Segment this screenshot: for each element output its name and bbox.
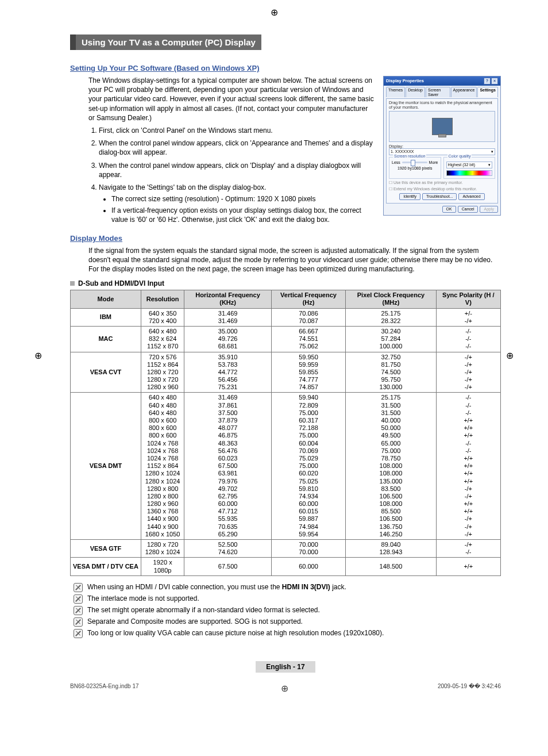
note-text: The interlace mode is not supported. bbox=[87, 594, 199, 603]
data-cell: 31.469 31.469 bbox=[184, 308, 271, 326]
display-modes-table: Mode Resolution Horizontal Frequency (KH… bbox=[70, 290, 501, 576]
table-row: MAC640 x 480 832 x 624 1152 x 87035.000 … bbox=[71, 326, 501, 352]
registration-mark-bottom: ⊕ bbox=[281, 683, 288, 694]
advanced-button[interactable]: Advanced bbox=[458, 193, 484, 200]
data-cell: 32.750 81.750 74.500 95.750 130.000 bbox=[346, 352, 437, 393]
data-cell: -/+ -/+ -/+ -/+ -/+ bbox=[436, 352, 500, 393]
data-cell: 640 x 480 832 x 624 1152 x 870 bbox=[141, 326, 184, 352]
data-cell: 67.500 bbox=[184, 558, 271, 575]
setup-text-column: The Windows display-settings for a typic… bbox=[88, 76, 375, 228]
dialog-title-text: Display Properties bbox=[386, 79, 424, 83]
data-cell: 30.240 57.284 100.000 bbox=[346, 326, 437, 352]
note-line: Too long or low quality VGA cable can ca… bbox=[74, 629, 501, 638]
note-icon bbox=[74, 629, 83, 638]
identify-button[interactable]: Identify bbox=[399, 193, 420, 200]
display-properties-dialog: Display Properties ?× Themes Desktop Scr… bbox=[383, 76, 501, 216]
footer: BN68-02325A-Eng.indb 17 ⊕ 2009-05-19 �� … bbox=[70, 683, 501, 694]
note-line: Separate and Composite modes are support… bbox=[74, 617, 501, 627]
note-line: The set might operate abnormally if a no… bbox=[74, 606, 501, 615]
monitor-icon[interactable] bbox=[432, 118, 453, 135]
mode-cell: VESA DMT / DTV CEA bbox=[71, 558, 141, 575]
note-icon bbox=[74, 617, 83, 627]
note-text: Too long or low quality VGA cable can ca… bbox=[87, 629, 384, 637]
data-cell: 1920 x 1080p bbox=[141, 558, 184, 575]
note-line: When using an HDMI / DVI cable connectio… bbox=[74, 583, 501, 592]
th-sync: Sync Polarity (H / V) bbox=[436, 290, 500, 308]
color-quality-combo[interactable]: Highest (32 bit)▾ bbox=[446, 162, 493, 168]
close-icon[interactable]: × bbox=[491, 78, 498, 85]
table-row: VESA DMT640 x 480 640 x 480 640 x 480 80… bbox=[71, 393, 501, 540]
data-cell: 52.500 74.620 bbox=[184, 540, 271, 558]
note-icon bbox=[74, 583, 83, 592]
data-cell: 25.175 28.322 bbox=[346, 308, 437, 326]
registration-mark-left: ⊕ bbox=[34, 350, 42, 361]
dialog-tabs: Themes Desktop Screen Saver Appearance S… bbox=[386, 87, 498, 97]
data-cell: 60.000 bbox=[271, 558, 345, 575]
data-cell: -/- -/- -/- +/+ +/+ +/+ -/- -/- +/+ +/+ … bbox=[436, 393, 500, 540]
section-title: Using Your TV as a Computer (PC) Display bbox=[70, 34, 261, 50]
help-icon[interactable]: ? bbox=[484, 78, 491, 85]
tab-appearance[interactable]: Appearance bbox=[451, 87, 477, 97]
monitor-preview[interactable] bbox=[389, 111, 495, 142]
note-text: The set might operate abnormally if a no… bbox=[87, 606, 320, 614]
table-label: D-Sub and HDMI/DVI Input bbox=[70, 279, 501, 287]
data-cell: -/- -/- -/- bbox=[436, 326, 500, 352]
note-line: The interlace mode is not supported. bbox=[74, 594, 501, 604]
tab-desktop[interactable]: Desktop bbox=[406, 87, 425, 97]
data-cell: 720 x 576 1152 x 864 1280 x 720 1280 x 7… bbox=[141, 352, 184, 393]
resolution-slider[interactable] bbox=[402, 162, 427, 163]
data-cell: 35.000 49.726 68.681 bbox=[184, 326, 271, 352]
registration-mark-right: ⊕ bbox=[506, 350, 514, 361]
registration-mark-top: ⊕ bbox=[271, 7, 278, 18]
color-quality-legend: Color quality bbox=[447, 154, 472, 159]
setup-step-1: First, click on 'Control Panel' on the W… bbox=[99, 126, 375, 135]
apply-button[interactable]: Apply bbox=[480, 206, 498, 213]
tab-settings[interactable]: Settings bbox=[477, 87, 498, 97]
th-mode: Mode bbox=[71, 290, 141, 308]
data-cell: 25.175 31.500 31.500 40.000 50.000 49.50… bbox=[346, 393, 437, 540]
data-cell: 70.000 70.000 bbox=[271, 540, 345, 558]
data-cell: -/+ -/- bbox=[436, 540, 500, 558]
mode-cell: MAC bbox=[71, 326, 141, 352]
square-bullet-icon bbox=[70, 281, 75, 286]
page: ⊕ ⊕ ⊕ Using Your TV as a Computer (PC) D… bbox=[24, 0, 524, 711]
setup-heading: Setting Up Your PC Software (Based on Wi… bbox=[70, 64, 501, 72]
data-cell: +/- -/+ bbox=[436, 308, 500, 326]
notes-block: When using an HDMI / DVI cable connectio… bbox=[74, 583, 501, 638]
th-resolution: Resolution bbox=[141, 290, 184, 308]
slider-more-label: More bbox=[429, 160, 438, 165]
mode-cell: VESA GTF bbox=[71, 540, 141, 558]
slider-less-label: Less bbox=[392, 160, 400, 165]
tab-themes[interactable]: Themes bbox=[386, 87, 405, 97]
resolution-value: 1920 by1080 pixels bbox=[392, 166, 438, 171]
setup-intro: The Windows display-settings for a typic… bbox=[88, 76, 375, 122]
footer-right: 2009-05-19 �� 3:42:46 bbox=[438, 683, 501, 694]
mode-cell: VESA DMT bbox=[71, 393, 141, 540]
data-cell: 31.469 37.861 37.500 37.879 48.077 46.87… bbox=[184, 393, 271, 540]
data-cell: 148.500 bbox=[346, 558, 437, 575]
primary-monitor-checkbox[interactable]: ☐ Use this device as the primary monitor… bbox=[389, 181, 495, 185]
extend-desktop-checkbox[interactable]: ☐ Extend my Windows desktop onto this mo… bbox=[389, 187, 495, 191]
data-cell: 640 x 480 640 x 480 640 x 480 800 x 600 … bbox=[141, 393, 184, 540]
setup-step-4: Navigate to the 'Settings' tab on the di… bbox=[99, 183, 375, 225]
data-cell: 59.950 59.959 59.855 74.777 74.857 bbox=[271, 352, 345, 393]
display-label: Display: bbox=[389, 144, 495, 149]
note-text: Separate and Composite modes are support… bbox=[87, 617, 303, 625]
footer-left: BN68-02325A-Eng.indb 17 bbox=[70, 683, 139, 694]
cancel-button[interactable]: Cancel bbox=[458, 206, 478, 213]
table-row: IBM640 x 350 720 x 40031.469 31.46970.08… bbox=[71, 308, 501, 326]
table-row: VESA CVT720 x 576 1152 x 864 1280 x 720 … bbox=[71, 352, 501, 393]
setup-sub-bullet-2: If a vertical-frequency option exists on… bbox=[111, 206, 375, 224]
data-cell: 66.667 74.551 75.062 bbox=[271, 326, 345, 352]
table-row: VESA DMT / DTV CEA1920 x 1080p67.50060.0… bbox=[71, 558, 501, 575]
display-modes-intro: If the signal from the system equals the… bbox=[88, 246, 501, 274]
setup-steps: First, click on 'Control Panel' on the W… bbox=[88, 126, 375, 225]
display-modes-heading: Display Modes bbox=[70, 234, 501, 243]
dialog-titlebar: Display Properties ?× bbox=[384, 76, 500, 86]
troubleshoot-button[interactable]: Troubleshoot... bbox=[422, 193, 457, 200]
ok-button[interactable]: OK bbox=[442, 206, 456, 213]
window-buttons: ?× bbox=[483, 78, 498, 85]
tab-screensaver[interactable]: Screen Saver bbox=[426, 87, 450, 97]
note-icon bbox=[74, 594, 83, 604]
drag-instruction: Drag the monitor icons to match the phys… bbox=[389, 101, 495, 109]
